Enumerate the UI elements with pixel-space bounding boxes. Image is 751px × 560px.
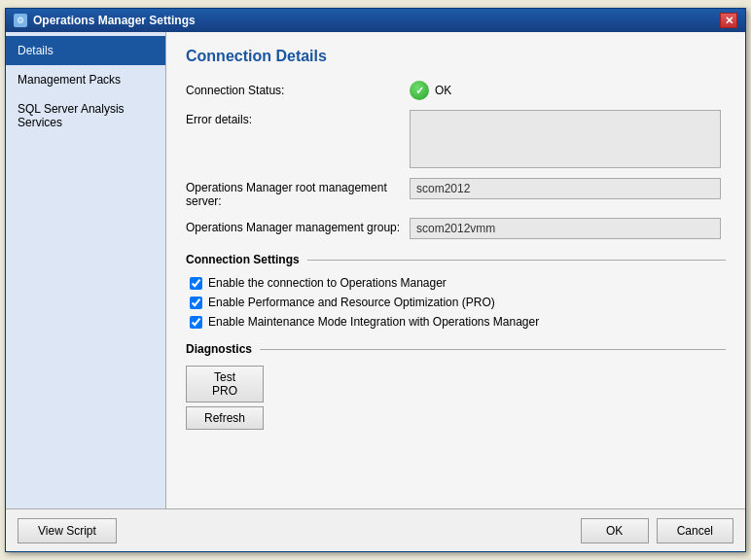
- ok-icon: ✓: [410, 81, 429, 100]
- error-details-value: [410, 110, 726, 168]
- diagnostics-separator-line: [260, 349, 726, 350]
- content-area: Connection Details Connection Status: ✓ …: [166, 32, 745, 508]
- connection-settings-heading: Connection Settings: [186, 253, 300, 266]
- sidebar: Details Management Packs SQL Server Anal…: [6, 32, 166, 508]
- separator-line: [307, 260, 726, 261]
- footer-right: OK Cancel: [581, 518, 733, 543]
- connection-status-value: ✓ OK: [410, 81, 726, 100]
- refresh-button[interactable]: Refresh: [186, 406, 264, 430]
- main-content: Details Management Packs SQL Server Anal…: [6, 32, 745, 508]
- root-server-row: Operations Manager root management serve…: [186, 178, 726, 208]
- checkbox-enable-connection[interactable]: [190, 277, 202, 290]
- cancel-button[interactable]: Cancel: [657, 518, 733, 543]
- sidebar-item-sql-analysis[interactable]: SQL Server Analysis Services: [6, 94, 165, 137]
- footer-left: View Script: [18, 518, 117, 543]
- root-server-label: Operations Manager root management serve…: [186, 178, 410, 208]
- sidebar-item-management-packs[interactable]: Management Packs: [6, 65, 165, 94]
- diagnostics-separator: Diagnostics: [186, 342, 726, 356]
- window-icon: ⚙: [14, 14, 27, 27]
- connection-status-row: Connection Status: ✓ OK: [186, 81, 726, 100]
- checkbox3-label: Enable Maintenance Mode Integration with…: [208, 315, 539, 329]
- status-ok: ✓ OK: [410, 81, 451, 100]
- connection-settings-separator: Connection Settings: [186, 253, 726, 266]
- ok-button[interactable]: OK: [581, 518, 649, 543]
- test-pro-button[interactable]: Test PRO: [186, 366, 264, 402]
- management-group-input[interactable]: [410, 218, 721, 239]
- main-window: ⚙ Operations Manager Settings ✕ Details …: [5, 8, 746, 552]
- window-title: Operations Manager Settings: [33, 14, 196, 27]
- management-group-label: Operations Manager management group:: [186, 218, 410, 234]
- status-text: OK: [435, 84, 451, 97]
- checkbox1-row: Enable the connection to Operations Mana…: [186, 276, 726, 290]
- diagnostics-heading: Diagnostics: [186, 342, 252, 356]
- checkbox2-row: Enable Performance and Resource Optimiza…: [186, 296, 726, 309]
- error-details-label: Error details:: [186, 110, 410, 126]
- management-group-row: Operations Manager management group:: [186, 218, 726, 239]
- sidebar-item-details[interactable]: Details: [6, 36, 165, 65]
- footer: View Script OK Cancel: [6, 508, 745, 551]
- management-group-value: [410, 218, 726, 239]
- view-script-button[interactable]: View Script: [18, 518, 117, 543]
- checkbox-enable-maintenance[interactable]: [190, 316, 202, 329]
- close-button[interactable]: ✕: [720, 13, 737, 28]
- checkbox-enable-pro[interactable]: [190, 297, 202, 309]
- titlebar: ⚙ Operations Manager Settings ✕: [6, 9, 745, 32]
- checkbox2-label: Enable Performance and Resource Optimiza…: [208, 296, 495, 309]
- titlebar-left: ⚙ Operations Manager Settings: [14, 14, 196, 27]
- error-details-textarea[interactable]: [410, 110, 721, 168]
- root-server-value: [410, 178, 726, 199]
- checkbox1-label: Enable the connection to Operations Mana…: [208, 276, 447, 290]
- error-details-row: Error details:: [186, 110, 726, 168]
- root-server-input[interactable]: [410, 178, 721, 199]
- connection-status-label: Connection Status:: [186, 81, 410, 97]
- checkbox3-row: Enable Maintenance Mode Integration with…: [186, 315, 726, 329]
- page-title: Connection Details: [186, 48, 726, 65]
